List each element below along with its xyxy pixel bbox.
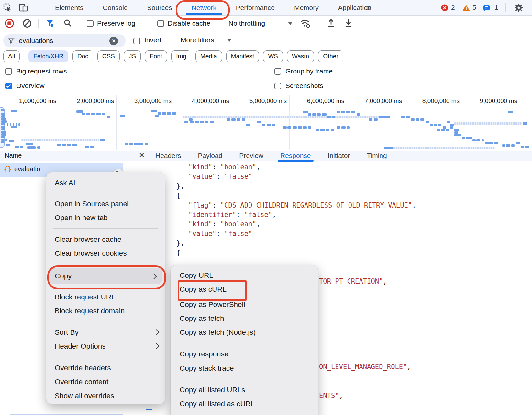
device-toolbar-icon[interactable] xyxy=(19,3,28,12)
tab-application[interactable]: Application xyxy=(328,0,381,15)
chip-other[interactable]: Other xyxy=(318,50,343,62)
waterfall-bar xyxy=(125,143,128,145)
copy-submenu-item-copy-as-curl[interactable]: Copy as cURL xyxy=(171,282,318,296)
copy-submenu-item-copy-all-listed-urls[interactable]: Copy all listed URLs xyxy=(171,383,318,397)
toolbar-separator xyxy=(319,19,319,28)
waterfall-bar xyxy=(437,129,440,131)
group-by-frame-checkbox[interactable] xyxy=(274,68,281,75)
context-menu-item-sort-by[interactable]: Sort By xyxy=(46,325,165,339)
context-menu-item-override-headers[interactable]: Override headers xyxy=(46,361,165,375)
big-request-rows-label: Big request rows xyxy=(16,67,67,75)
throttling-select[interactable]: No throttling xyxy=(228,19,265,27)
tab-elements[interactable]: Elements xyxy=(45,0,93,15)
context-menu-item-block-request-domain[interactable]: Block request domain xyxy=(46,304,165,318)
chip-fetch-xhr[interactable]: Fetch/XHR xyxy=(28,50,68,62)
detail-tab-preview[interactable]: Preview xyxy=(239,151,263,161)
context-menu-item-show-all-overrides[interactable]: Show all overrides xyxy=(46,389,165,403)
copy-submenu-item-copy-as-fetch[interactable]: Copy as fetch xyxy=(171,311,318,325)
chip-manifest[interactable]: Manifest xyxy=(226,50,259,62)
copy-submenu-item-copy-all-listed-as-curl[interactable]: Copy all listed as cURL xyxy=(171,397,318,411)
chip-css[interactable]: CSS xyxy=(97,50,120,62)
context-menu-item-block-request-url[interactable]: Block request URL xyxy=(46,290,165,304)
waterfall-bar xyxy=(494,142,498,144)
context-menu-item-open-in-new-tab[interactable]: Open in new tab xyxy=(46,211,165,225)
disable-cache-checkbox[interactable] xyxy=(157,20,164,27)
more-filters-button[interactable]: More filters xyxy=(181,36,214,44)
big-request-rows-checkbox[interactable] xyxy=(5,68,12,75)
fold-marker-icon[interactable] xyxy=(146,409,152,410)
detail-tab-headers[interactable]: Headers xyxy=(155,151,181,161)
waterfall-bar xyxy=(482,139,484,141)
context-menu-item-copy[interactable]: Copy xyxy=(49,268,162,284)
copy-submenu-item-copy-url[interactable]: Copy URL xyxy=(171,268,318,282)
waterfall-bar xyxy=(472,139,476,141)
copy-submenu-item-copy-response[interactable]: Copy response xyxy=(171,347,318,361)
waterfall-bar xyxy=(384,147,393,149)
close-detail-panel-icon[interactable]: ✕ xyxy=(138,151,146,160)
error-badge-icon[interactable] xyxy=(441,4,449,12)
json-line: }, xyxy=(176,182,184,191)
settings-gear-icon[interactable] xyxy=(514,3,524,13)
chip-ws[interactable]: WS xyxy=(263,50,283,62)
copy-submenu-item-copy-as-powershell[interactable]: Copy as PowerShell xyxy=(171,297,318,311)
detail-tab-payload[interactable]: Payload xyxy=(198,151,222,161)
waterfall-bar xyxy=(525,146,529,148)
waterfall-bar xyxy=(521,146,524,148)
invert-label: Invert xyxy=(144,36,161,44)
waterfall-bar xyxy=(308,113,311,116)
toolbar-separator xyxy=(505,3,506,12)
context-menu-item-header-options[interactable]: Header Options xyxy=(46,339,165,353)
chip-all[interactable]: All xyxy=(3,50,20,62)
context-menu-item-clear-browser-cookies[interactable]: Clear browser cookies xyxy=(46,246,165,260)
search-icon[interactable] xyxy=(63,19,72,28)
inspect-element-icon[interactable] xyxy=(3,3,12,12)
copy-submenu-item-copy-as-fetch-node-js[interactable]: Copy as fetch (Node.js) xyxy=(171,325,318,339)
clear-network-log-icon[interactable] xyxy=(22,18,32,28)
waterfall-bar xyxy=(346,111,350,113)
chip-img[interactable]: Img xyxy=(171,50,191,62)
waterfall-bar xyxy=(1,113,5,115)
requests-panel-bottom-scrollbar[interactable] xyxy=(10,414,123,415)
toolbar-separator xyxy=(173,35,173,46)
waterfall-bar xyxy=(401,116,405,118)
chip-wasm[interactable]: Wasm xyxy=(287,50,314,62)
filter-toggle-icon[interactable] xyxy=(46,19,54,28)
tab-console[interactable]: Console xyxy=(93,0,138,15)
tab-performance[interactable]: Performance xyxy=(226,0,284,15)
detail-tab-timing[interactable]: Timing xyxy=(367,151,387,161)
import-har-icon[interactable] xyxy=(326,18,336,28)
tab-memory[interactable]: Memory xyxy=(284,0,328,15)
detail-tab-initiator[interactable]: Initiator xyxy=(328,151,350,161)
issues-badge-icon[interactable] xyxy=(483,4,491,12)
chip-doc[interactable]: Doc xyxy=(72,50,93,62)
network-conditions-icon[interactable] xyxy=(300,18,311,29)
copy-submenu-item-copy-all-listed-as-powershell[interactable]: Copy all listed as PowerShell xyxy=(171,411,318,415)
waterfall-bar xyxy=(416,118,419,121)
chip-font[interactable]: Font xyxy=(145,50,167,62)
name-column-header[interactable]: Name xyxy=(5,152,22,159)
chip-js[interactable]: JS xyxy=(124,50,141,62)
waterfall-bar xyxy=(446,129,449,131)
invert-checkbox[interactable] xyxy=(133,38,140,44)
screenshots-checkbox[interactable] xyxy=(274,83,281,89)
waterfall-bar xyxy=(184,121,188,123)
context-menu-item-ask-ai[interactable]: Ask AI xyxy=(46,176,165,190)
copy-submenu-item-copy-stack-trace[interactable]: Copy stack trace xyxy=(171,361,318,375)
context-menu-item-open-in-sources-panel[interactable]: Open in Sources panel xyxy=(46,197,165,211)
chip-media[interactable]: Media xyxy=(195,50,222,62)
warning-badge-icon[interactable] xyxy=(462,4,470,12)
detail-tab-response[interactable]: Response xyxy=(280,151,311,161)
context-menu-item-clear-browser-cache[interactable]: Clear browser cache xyxy=(46,232,165,246)
preserve-log-checkbox[interactable] xyxy=(87,20,94,27)
context-menu-item-override-content[interactable]: Override content xyxy=(46,375,165,389)
overview-checkbox[interactable] xyxy=(5,83,12,89)
clear-filter-icon[interactable]: ✕ xyxy=(109,37,118,45)
filter-input-value: evaluations xyxy=(19,37,53,45)
waterfall-bar xyxy=(27,146,36,149)
overview-timeline[interactable]: 1,000,000 ms2,000,000 ms3,000,000 ms4,00… xyxy=(0,95,532,150)
tab-network[interactable]: Network xyxy=(182,0,226,15)
export-har-icon[interactable] xyxy=(344,18,353,28)
more-panels-icon[interactable]: » xyxy=(366,3,371,13)
tab-sources[interactable]: Sources xyxy=(138,0,182,15)
record-network-log-icon[interactable] xyxy=(5,18,14,28)
